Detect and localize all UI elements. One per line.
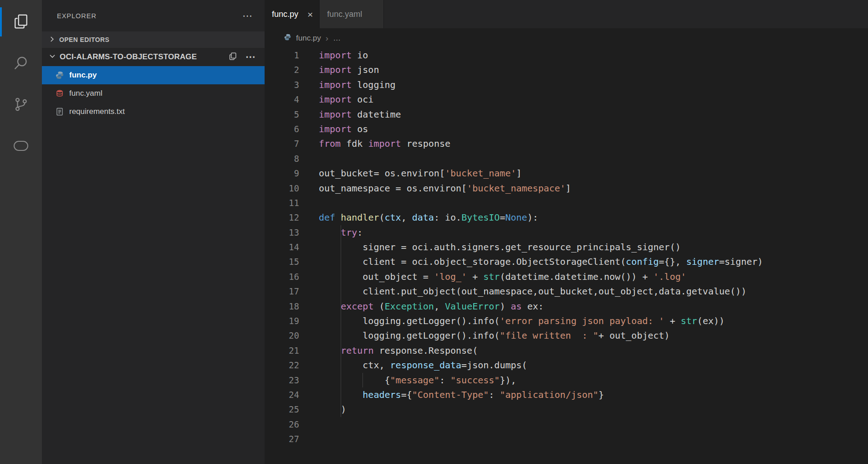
indent-guide — [341, 402, 341, 417]
code-line-3[interactable]: 3import logging — [265, 77, 868, 92]
breadcrumb[interactable]: func.py › … — [265, 28, 868, 48]
line-number: 15 — [265, 254, 299, 269]
code-line-23[interactable]: 23 {"message": "success"}), — [265, 373, 868, 387]
line-number: 24 — [265, 387, 299, 402]
indent-guide — [363, 373, 363, 387]
code-line-12[interactable]: 12def handler(ctx, data: io.BytesIO=None… — [265, 210, 868, 225]
line-content: out_object = 'log_' + str(datetime.datet… — [299, 269, 868, 284]
line-content: import json — [299, 62, 868, 77]
code-line-17[interactable]: 17 client.put_object(out_namespace,out_b… — [265, 284, 868, 299]
explorer-more-actions-icon[interactable]: ⋯ — [242, 11, 253, 21]
code-line-15[interactable]: 15 client = oci.object_storage.ObjectSto… — [265, 254, 868, 269]
copy-icon[interactable] — [228, 52, 237, 63]
line-content: import io — [299, 48, 868, 62]
python-file-icon — [55, 71, 64, 80]
tab-func.py[interactable]: func.py× — [265, 0, 320, 28]
code-line-7[interactable]: 7from fdk import response — [265, 136, 868, 151]
file-item-requirements.txt[interactable]: requirements.txt — [42, 103, 265, 121]
file-item-func.py[interactable]: func.py — [42, 66, 265, 84]
code-line-11[interactable]: 11 — [265, 196, 868, 210]
line-number: 1 — [265, 48, 299, 62]
open-editors-section-header[interactable]: OPEN EDITORS — [42, 31, 265, 48]
code-line-8[interactable]: 8 — [265, 151, 868, 166]
file-item-func.yaml[interactable]: func.yaml — [42, 84, 265, 103]
sidebar-title: EXPLORER — [57, 12, 97, 20]
code-line-5[interactable]: 5import datetime — [265, 107, 868, 122]
source-control-activity-button[interactable] — [0, 84, 42, 126]
code-line-2[interactable]: 2import json — [265, 62, 868, 77]
line-content: {"message": "success"}), — [299, 373, 868, 387]
line-number: 18 — [265, 299, 299, 314]
code-line-10[interactable]: 10out_namespace = os.environ['bucket_nam… — [265, 181, 868, 196]
code-line-1[interactable]: 1import io — [265, 48, 868, 62]
indent-guide — [341, 284, 341, 299]
code-line-4[interactable]: 4import oci — [265, 92, 868, 107]
line-content — [299, 432, 868, 446]
line-content: import logging — [299, 77, 868, 92]
line-content: ) — [299, 402, 868, 417]
code-line-22[interactable]: 22 ctx, response_data=json.dumps( — [265, 358, 868, 372]
line-content — [299, 196, 868, 210]
line-number: 8 — [265, 151, 299, 166]
line-number: 5 — [265, 107, 299, 122]
tab-bar: func.py×func.yaml× — [265, 0, 868, 28]
line-number: 3 — [265, 77, 299, 92]
workspace-folder-header[interactable]: OCI-ALARMS-TO-OBJECTSTORAGE ⋯ — [42, 48, 265, 66]
line-number: 14 — [265, 240, 299, 254]
code-line-21[interactable]: 21 return response.Response( — [265, 343, 868, 358]
editor-group: func.py×func.yaml× func.py › … 1import i… — [265, 0, 868, 464]
file-name: requirements.txt — [69, 107, 125, 116]
explorer-activity-button[interactable] — [0, 1, 42, 43]
code-line-19[interactable]: 19 logging.getLogger().info('error parsi… — [265, 314, 868, 328]
line-content: ctx, response_data=json.dumps( — [299, 358, 868, 372]
code-line-26[interactable]: 26 — [265, 417, 868, 432]
active-tab-indicator — [0, 7, 2, 36]
line-content: return response.Response( — [299, 343, 868, 358]
line-number: 4 — [265, 92, 299, 107]
line-number: 19 — [265, 314, 299, 328]
chevron-down-icon — [48, 52, 56, 62]
tab-label: func.yaml — [327, 10, 362, 19]
files-icon — [13, 13, 29, 31]
file-name: func.yaml — [69, 89, 102, 98]
breadcrumb-separator-icon: › — [326, 33, 328, 43]
line-content: try: — [299, 225, 868, 240]
code-line-24[interactable]: 24 headers={"Content-Type": "application… — [265, 387, 868, 402]
file-tree: func.pyfunc.yamlrequirements.txt — [42, 66, 265, 121]
line-content: logging.getLogger().info("file written :… — [299, 328, 868, 343]
text-file-icon — [55, 107, 64, 116]
file-name: func.py — [69, 71, 97, 80]
code-line-6[interactable]: 6import os — [265, 122, 868, 136]
code-line-20[interactable]: 20 logging.getLogger().info("file writte… — [265, 328, 868, 343]
search-icon — [13, 55, 29, 73]
close-tab-icon[interactable]: × — [307, 10, 313, 19]
code-line-16[interactable]: 16 out_object = 'log_' + str(datetime.da… — [265, 269, 868, 284]
oci-extension-activity-button[interactable] — [0, 126, 42, 167]
code-line-18[interactable]: 18 except (Exception, ValueError) as ex: — [265, 299, 868, 314]
tab-func.yaml[interactable]: func.yaml× — [320, 0, 383, 28]
line-number: 17 — [265, 284, 299, 299]
chevron-right-icon — [48, 35, 56, 45]
line-number: 23 — [265, 373, 299, 387]
line-content: logging.getLogger().info('error parsing … — [299, 314, 868, 328]
line-number: 27 — [265, 432, 299, 446]
code-line-14[interactable]: 14 signer = oci.auth.signers.get_resourc… — [265, 240, 868, 254]
line-content: from fdk import response — [299, 136, 868, 151]
search-activity-button[interactable] — [0, 43, 42, 84]
code-line-9[interactable]: 9out_bucket= os.environ['bucket_name'] — [265, 166, 868, 180]
code-line-27[interactable]: 27 — [265, 432, 868, 446]
indent-guide — [341, 328, 341, 343]
code-line-13[interactable]: 13 try: — [265, 225, 868, 240]
code-line-25[interactable]: 25 ) — [265, 402, 868, 417]
line-content: import oci — [299, 92, 868, 107]
line-content: import os — [299, 122, 868, 136]
breadcrumb-file[interactable]: func.py — [296, 34, 321, 43]
python-file-icon — [284, 33, 291, 43]
code-editor[interactable]: 1import io2import json3import logging4im… — [265, 48, 868, 447]
activity-bar — [0, 0, 42, 464]
breadcrumb-symbol-picker[interactable]: … — [333, 34, 341, 43]
folder-more-actions-icon[interactable]: ⋯ — [245, 52, 255, 62]
line-content: def handler(ctx, data: io.BytesIO=None): — [299, 210, 868, 225]
indent-guide — [341, 387, 341, 402]
indent-guide — [341, 358, 341, 372]
